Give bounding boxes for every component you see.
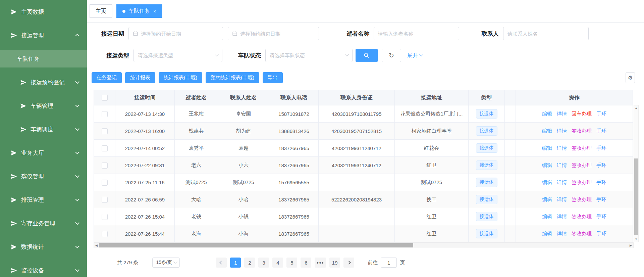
deceased-name-input-wrap[interactable] [374, 27, 459, 40]
detail-link[interactable]: 详情 [557, 111, 567, 117]
wristband-link[interactable]: 手环 [596, 196, 606, 202]
row-checkbox[interactable] [102, 231, 108, 237]
refresh-button[interactable]: ↻ [382, 49, 401, 62]
edit-link[interactable]: 编辑 [542, 196, 552, 202]
calendar-icon [232, 31, 237, 36]
sign-process-link[interactable]: 签收办理 [572, 196, 592, 202]
edit-link[interactable]: 编辑 [542, 128, 552, 134]
pickup-type-select[interactable]: 请选择接运类型 [133, 49, 222, 62]
chevron-down-icon [75, 127, 79, 131]
close-tab-icon[interactable]: × [153, 8, 156, 14]
sidebar-item-1[interactable]: 接运管理 [0, 24, 87, 47]
row-checkbox[interactable] [102, 180, 108, 186]
page-button-19[interactable]: 19 [329, 258, 340, 268]
toolbar-button-0[interactable]: 任务登记 [92, 72, 122, 83]
detail-link[interactable]: 详情 [557, 214, 567, 219]
search-button[interactable] [356, 49, 378, 62]
column-settings-button[interactable]: ⚙ [626, 72, 635, 83]
wristband-link[interactable]: 手环 [596, 145, 606, 151]
detail-link[interactable]: 详情 [557, 231, 567, 236]
goto-page-input[interactable] [381, 258, 397, 268]
page-button-4[interactable]: 4 [272, 258, 283, 268]
page-button-6[interactable]: 6 [301, 258, 311, 268]
scroll-down-icon[interactable]: ▼ [634, 238, 638, 241]
sidebar-item-label: 寄存业务管理 [21, 220, 55, 227]
contact-input[interactable] [507, 31, 584, 37]
edit-link[interactable]: 编辑 [542, 111, 552, 117]
fleet-status-select[interactable]: 请选择车队状态 [265, 49, 353, 62]
wristband-link[interactable]: 手环 [596, 214, 606, 219]
toolbar-button-4[interactable]: 导出 [263, 72, 283, 83]
deceased-name-input[interactable] [378, 31, 455, 37]
edit-link[interactable]: 编辑 [542, 231, 552, 236]
sidebar-item-8[interactable]: 排班管理 [0, 188, 87, 212]
sidebar-item-2[interactable]: 车队任务 [0, 50, 87, 67]
scroll-right-icon[interactable]: ▶ [630, 243, 632, 248]
edit-link[interactable]: 编辑 [542, 179, 552, 185]
sidebar-item-11[interactable]: 监控设备 [0, 259, 87, 277]
sidebar-item-4[interactable]: 车辆管理 [0, 94, 87, 118]
row-checkbox[interactable] [102, 145, 108, 151]
sidebar-item-5[interactable]: 车辆调度 [0, 118, 87, 141]
expand-link[interactable]: 展开 [407, 52, 423, 59]
toolbar-button-1[interactable]: 统计报表 [125, 72, 155, 83]
horizontal-scrollbar[interactable]: ◀ ▶ [94, 242, 634, 248]
date-end-input[interactable] [240, 31, 315, 37]
wristband-link[interactable]: 手环 [596, 128, 606, 134]
sign-process-link[interactable]: 签收办理 [572, 231, 592, 236]
row-checkbox[interactable] [102, 111, 108, 117]
scroll-left-icon[interactable]: ◀ [95, 243, 98, 248]
row-checkbox[interactable] [102, 197, 108, 203]
row-checkbox[interactable] [102, 214, 108, 220]
edit-link[interactable]: 编辑 [542, 214, 552, 219]
sidebar-item-10[interactable]: 数据统计 [0, 235, 87, 259]
prev-page-button[interactable] [216, 258, 227, 268]
next-page-button[interactable] [343, 258, 354, 268]
wristband-link[interactable]: 手环 [596, 179, 606, 185]
scroll-up-icon[interactable]: ▲ [634, 106, 638, 109]
wristband-link[interactable]: 手环 [596, 162, 606, 168]
page-button-5[interactable]: 5 [286, 258, 297, 268]
page-button-1[interactable]: 1 [230, 258, 241, 268]
sign-process-link[interactable]: 签收办理 [572, 214, 592, 219]
sign-process-link[interactable]: 签收办理 [572, 179, 592, 185]
vertical-scrollbar[interactable]: ▲ ▼ [634, 105, 639, 242]
edit-link[interactable]: 编辑 [542, 162, 552, 168]
toolbar-button-2[interactable]: 统计报表(十堰) [159, 72, 202, 83]
date-start-input[interactable] [141, 31, 219, 37]
tab-fleet-tasks[interactable]: 车队任务 × [116, 4, 162, 18]
detail-link[interactable]: 详情 [557, 145, 567, 151]
horizontal-scrollbar-thumb[interactable] [99, 243, 413, 247]
date-end-input-wrap[interactable] [228, 27, 319, 40]
row-checkbox[interactable] [102, 163, 108, 169]
sign-process-link[interactable]: 签收办理 [572, 128, 592, 134]
return-process-link[interactable]: 回车办理 [572, 111, 592, 117]
page-button-2[interactable]: 2 [244, 258, 255, 268]
page-size-select[interactable]: 15条/页 [152, 258, 180, 268]
sidebar-item-0[interactable]: 主页数据 [0, 0, 87, 24]
wristband-link[interactable]: 手环 [596, 111, 606, 117]
detail-link[interactable]: 详情 [557, 162, 567, 168]
tab-home[interactable]: 主页 [90, 4, 112, 18]
date-start-input-wrap[interactable] [128, 27, 223, 40]
edit-link[interactable]: 编辑 [542, 145, 552, 151]
wristband-link[interactable]: 手环 [596, 231, 606, 236]
row-checkbox[interactable] [102, 128, 108, 134]
page-button-3[interactable]: 3 [258, 258, 269, 268]
detail-link[interactable]: 详情 [557, 196, 567, 202]
sign-process-link[interactable]: 签收办理 [572, 162, 592, 168]
vertical-scrollbar-thumb[interactable] [634, 158, 638, 235]
sidebar-item-3[interactable]: 接运预约登记 [0, 71, 87, 94]
sidebar: 主页数据接运管理车队任务接运预约登记车辆管理车辆调度业务大厅殡仪管理排班管理寄存… [0, 0, 87, 277]
detail-link[interactable]: 详情 [557, 128, 567, 134]
sign-process-link[interactable]: 签收办理 [572, 145, 592, 151]
sidebar-item-6[interactable]: 业务大厅 [0, 141, 87, 165]
sidebar-item-7[interactable]: 殡仪管理 [0, 165, 87, 188]
detail-link[interactable]: 详情 [557, 179, 567, 185]
contact-input-wrap[interactable] [503, 27, 589, 40]
page-ellipsis[interactable]: ••• [315, 258, 326, 268]
sidebar-item-9[interactable]: 寄存业务管理 [0, 212, 87, 235]
toolbar-button-3[interactable]: 预约统计报表(十堰) [206, 72, 259, 83]
actions-cell: 编辑详情签收办理手环 [516, 157, 633, 174]
select-all-checkbox[interactable] [102, 95, 108, 101]
